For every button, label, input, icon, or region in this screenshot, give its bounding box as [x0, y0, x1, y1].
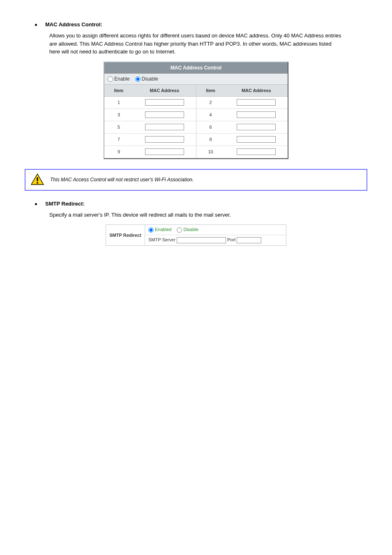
smtp-enabled-radio[interactable]	[148, 227, 154, 233]
warning-box: This MAC Access Control will not restric…	[25, 169, 367, 191]
mac-panel-title: MAC Address Control	[104, 62, 288, 74]
bullet-icon	[35, 24, 37, 26]
mac-col-mac: MAC Address	[133, 85, 196, 96]
smtp-port-label: Port	[227, 237, 235, 242]
mac-input-2[interactable]	[237, 99, 276, 106]
mac-item: 5	[104, 125, 133, 130]
mac-enable-radio-label[interactable]: Enable	[108, 76, 129, 82]
mac-input-4[interactable]	[237, 111, 276, 118]
mac-col-item: Item	[196, 85, 225, 96]
mac-item: 1	[104, 100, 133, 105]
mac-disable-radio[interactable]	[135, 76, 141, 82]
mac-enable-radio[interactable]	[108, 76, 113, 82]
mac-input-6[interactable]	[237, 124, 276, 130]
mac-item: 7	[104, 137, 133, 142]
bullet-icon	[35, 203, 37, 205]
mac-input-1[interactable]	[145, 99, 184, 106]
mac-section-label: MAC Address Control:	[45, 21, 102, 28]
mac-input-9[interactable]	[145, 148, 184, 155]
mac-section-desc: Allows you to assign different access ri…	[49, 32, 343, 56]
mac-item: 8	[196, 137, 225, 142]
mac-address-control-panel: MAC Address Control Enable Disable Item …	[104, 62, 288, 159]
mac-input-10[interactable]	[237, 148, 276, 155]
mac-disable-radio-label[interactable]: Disable	[135, 76, 158, 82]
smtp-redirect-panel: SMTP Redirect Enabled Disable SMTP Serve…	[106, 224, 286, 246]
smtp-port-input[interactable]	[237, 237, 261, 243]
svg-point-2	[37, 182, 38, 184]
mac-item: 3	[104, 112, 133, 117]
mac-input-7[interactable]	[145, 136, 184, 143]
warning-icon	[30, 173, 44, 187]
mac-input-8[interactable]	[237, 136, 276, 143]
mac-item: 2	[196, 100, 225, 105]
smtp-disable-radio-label[interactable]: Disable	[177, 227, 198, 232]
smtp-section-desc: Specify a mail server's IP. This device …	[49, 211, 343, 219]
mac-col-mac: MAC Address	[225, 85, 288, 96]
mac-input-3[interactable]	[145, 111, 184, 118]
smtp-section-label: SMTP Redirect:	[45, 201, 85, 207]
warning-text: This MAC Access Control will not restric…	[50, 177, 194, 183]
mac-enable-row: Enable Disable	[104, 74, 288, 85]
mac-input-5[interactable]	[145, 124, 184, 130]
mac-col-item: Item	[104, 85, 133, 96]
smtp-row-label: SMTP Redirect	[106, 225, 145, 245]
mac-item: 9	[104, 149, 133, 154]
smtp-server-label: SMTP Server	[148, 237, 175, 242]
smtp-disable-radio[interactable]	[177, 227, 182, 233]
mac-item: 6	[196, 125, 225, 130]
smtp-enabled-radio-label[interactable]: Enabled	[148, 227, 171, 232]
smtp-server-input[interactable]	[177, 237, 226, 243]
svg-rect-1	[37, 177, 38, 181]
mac-item: 4	[196, 112, 225, 117]
mac-item: 10	[196, 149, 225, 154]
